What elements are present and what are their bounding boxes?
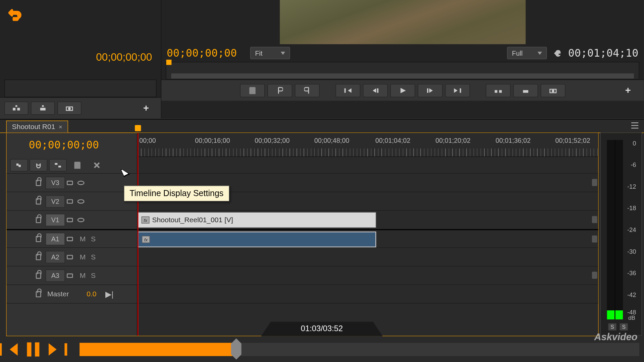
button-editor-add[interactable]: +	[625, 84, 639, 96]
program-timecode-in[interactable]: 00;00;00;00	[167, 47, 237, 59]
track-label[interactable]: V1	[46, 214, 65, 226]
solo-button[interactable]: S	[620, 323, 628, 331]
track-label[interactable]: V3	[46, 177, 65, 189]
player-progress-bar[interactable]	[79, 343, 639, 356]
program-timecode-out[interactable]: 00;01;04;10	[568, 47, 639, 59]
track-label[interactable]: A1	[46, 233, 65, 245]
track-lane-master[interactable]	[138, 285, 598, 303]
eye-icon[interactable]	[77, 180, 88, 185]
lock-icon[interactable]	[33, 273, 44, 279]
chevron-down-icon	[538, 52, 542, 55]
scrollbar-handle[interactable]	[592, 216, 597, 223]
timeline-display-settings-button[interactable]	[88, 159, 106, 171]
play-button[interactable]	[390, 84, 415, 97]
fx-icon[interactable]: fx	[142, 217, 150, 224]
audio-clip[interactable]: fx	[138, 232, 376, 247]
insert-button[interactable]	[4, 101, 28, 115]
track-header-v3[interactable]: V3	[7, 174, 137, 192]
mute-button[interactable]: M	[77, 235, 88, 243]
track-label[interactable]: A3	[46, 269, 65, 282]
close-icon[interactable]: ×	[59, 123, 62, 130]
program-preview[interactable]	[280, 0, 526, 44]
time-ruler[interactable]: 00;00 00;00;16;00 00;00;32;00 00;00;48;0…	[138, 133, 598, 157]
lock-icon[interactable]	[33, 180, 44, 186]
extract-button[interactable]	[513, 84, 538, 97]
eye-icon[interactable]	[77, 199, 88, 203]
add-marker-button[interactable]	[240, 84, 265, 97]
sync-lock-icon[interactable]	[67, 237, 77, 241]
step-back-button[interactable]	[363, 84, 387, 97]
source-scrubber[interactable]	[4, 79, 156, 97]
mute-button[interactable]: M	[77, 253, 88, 261]
lock-icon[interactable]	[33, 217, 44, 223]
solo-button[interactable]: S	[88, 253, 99, 261]
source-timecode[interactable]: 00;00;00;00	[96, 51, 152, 63]
track-header-a2[interactable]: A2 M S	[7, 248, 137, 266]
track-header-a1[interactable]: A1 M S	[7, 229, 137, 248]
track-header-v1[interactable]: V1	[7, 211, 137, 229]
skip-icon[interactable]: ▶|	[105, 289, 114, 299]
timeline-tracks-area[interactable]: 00;00 00;00;16;00 00;00;32;00 00;00;48;0…	[138, 133, 598, 336]
zoom-level-select[interactable]: Fit	[250, 47, 290, 59]
sync-lock-icon[interactable]	[67, 180, 77, 185]
player-progress-handle[interactable]	[231, 339, 242, 360]
back-button[interactable]	[5, 5, 29, 25]
track-lane-v1[interactable]: fx Shootout_Reel01_001 [V]	[138, 211, 598, 229]
scrollbar-handle[interactable]	[592, 272, 597, 279]
track-lane-a2[interactable]	[138, 248, 598, 266]
eye-icon[interactable]	[77, 218, 88, 222]
mute-button[interactable]: M	[77, 272, 88, 280]
settings-button[interactable]	[553, 49, 562, 57]
step-forward-button[interactable]	[418, 84, 442, 97]
track-lane-a3[interactable]	[138, 266, 598, 285]
scrollbar-handle[interactable]	[592, 179, 597, 186]
go-to-in-button[interactable]	[335, 84, 360, 97]
master-volume[interactable]: 0.0	[87, 290, 96, 298]
export-frame-button[interactable]	[540, 84, 565, 97]
lock-icon[interactable]	[36, 291, 41, 297]
sync-lock-icon[interactable]	[67, 273, 77, 278]
svg-rect-3	[40, 108, 46, 110]
sync-lock-icon[interactable]	[67, 255, 77, 259]
track-label[interactable]: A2	[46, 251, 65, 263]
playhead-marker-icon[interactable]	[166, 60, 172, 65]
solo-button[interactable]: S	[608, 323, 616, 331]
track-header-master[interactable]: Master 0.0 ▶|	[7, 285, 137, 303]
scrollbar-handle[interactable]	[592, 235, 597, 242]
track-header-v2[interactable]: V2	[7, 192, 137, 210]
resolution-select[interactable]: Full	[507, 47, 547, 59]
brand-logo: Askvideo	[594, 331, 638, 343]
fx-icon[interactable]: fx	[142, 236, 150, 243]
nest-toggle-button[interactable]	[10, 159, 28, 171]
program-scrubber[interactable]	[166, 62, 639, 80]
mark-in-button[interactable]	[267, 84, 292, 97]
export-frame-button[interactable]	[57, 101, 81, 115]
go-to-out-button[interactable]	[445, 84, 470, 97]
overwrite-button[interactable]	[31, 101, 55, 115]
player-next-button[interactable]	[43, 340, 62, 359]
lock-icon[interactable]	[33, 236, 44, 242]
player-prev-button[interactable]	[4, 340, 23, 359]
mark-out-button[interactable]	[294, 84, 319, 97]
player-pause-button[interactable]	[24, 340, 42, 359]
sequence-tab[interactable]: Shootout R01 ×	[6, 121, 68, 133]
track-header-a3[interactable]: A3 M S	[7, 266, 137, 285]
add-marker-button[interactable]	[68, 159, 86, 171]
snap-button[interactable]	[30, 159, 47, 171]
timeline-timecode[interactable]: 00;00;00;00	[29, 139, 99, 151]
lift-button[interactable]	[486, 84, 511, 97]
track-lane-a1[interactable]: fx	[138, 229, 598, 248]
lock-icon[interactable]	[33, 254, 44, 260]
solo-button[interactable]: S	[88, 272, 99, 280]
solo-button[interactable]: S	[88, 235, 99, 243]
playhead[interactable]	[138, 133, 139, 336]
panel-menu-icon[interactable]	[631, 122, 638, 128]
playhead-handle-icon[interactable]	[135, 125, 141, 131]
linked-selection-button[interactable]	[49, 159, 67, 171]
button-editor-add[interactable]: +	[143, 102, 157, 114]
video-clip[interactable]: fx Shootout_Reel01_001 [V]	[138, 212, 376, 228]
sync-lock-icon[interactable]	[67, 218, 77, 222]
lock-icon[interactable]	[33, 198, 44, 204]
track-label[interactable]: V2	[46, 195, 65, 207]
sync-lock-icon[interactable]	[67, 199, 77, 203]
